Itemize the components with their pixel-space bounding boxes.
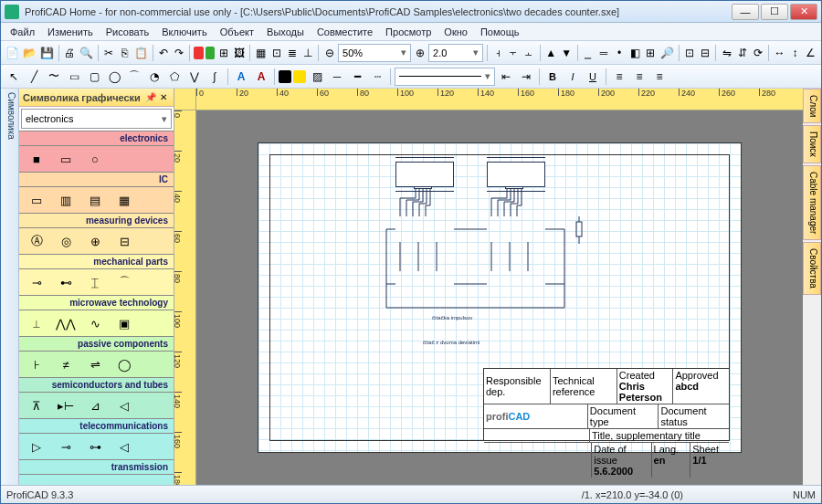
symbol-item[interactable]: ▭ [26, 193, 47, 207]
menu-window[interactable]: Окно [438, 25, 473, 39]
symbol-item[interactable]: ▥ [56, 193, 76, 207]
symbol-item[interactable]: ▭ [56, 152, 76, 166]
lw2-tool[interactable]: ━ [348, 68, 366, 86]
new-button[interactable]: 📄 [5, 44, 20, 62]
symbol-item[interactable]: ◁ [114, 398, 134, 413]
symbol-button[interactable]: ⊞ [216, 44, 230, 62]
align-center-button[interactable]: ⫟ [507, 44, 521, 62]
righttab-cable[interactable]: Cable manager [803, 165, 821, 240]
category-header[interactable]: mechanical parts [19, 254, 174, 269]
bus-button[interactable]: ═ [596, 44, 610, 62]
dim-h-button[interactable]: ↔ [773, 44, 786, 62]
polyline-tool[interactable]: ⋁ [185, 68, 204, 86]
image-button[interactable]: 🖼 [232, 44, 246, 62]
symbol-item[interactable]: ▸⊢ [56, 398, 76, 413]
symbol-item[interactable]: ⋀⋀ [56, 316, 76, 331]
symbol-item[interactable]: ⌒ [114, 275, 134, 289]
category-header[interactable]: measuring devices [19, 213, 174, 228]
save-button[interactable]: 💾 [39, 44, 55, 62]
align-right-button[interactable]: ⫠ [522, 44, 536, 62]
curve-tool[interactable]: 〜 [45, 68, 63, 86]
symbol-item[interactable]: ○ [85, 152, 105, 166]
italic-tool[interactable]: I [564, 68, 582, 86]
layers-button[interactable]: ≣ [285, 44, 299, 62]
menu-outputs[interactable]: Выходы [261, 25, 310, 39]
bring-front-button[interactable]: ▲ [544, 44, 558, 62]
panel-close-icon[interactable]: ✕ [157, 91, 170, 104]
poly-tool[interactable]: ⬠ [165, 68, 184, 86]
netlabel-button[interactable]: ◧ [628, 44, 642, 62]
flip-v-button[interactable]: ⇵ [735, 44, 749, 62]
underline-tool[interactable]: U [584, 68, 602, 86]
symbol-item[interactable]: ◁ [114, 439, 134, 454]
category-header[interactable]: semiconductors and tubes [19, 377, 174, 393]
rrect-tool[interactable]: ▢ [85, 68, 103, 86]
symbol-item[interactable]: ≠ [56, 357, 76, 372]
ls-tool[interactable]: ┄ [368, 68, 386, 86]
arrow1-tool[interactable]: ⇤ [497, 68, 515, 86]
arrow2-tool[interactable]: ⇥ [517, 68, 535, 86]
symbol-item[interactable]: ◎ [56, 234, 76, 248]
symbol-item[interactable]: ⇌ [85, 357, 105, 372]
fillcolor-tool[interactable] [293, 70, 306, 83]
paste-button[interactable]: 📋 [133, 44, 149, 62]
menu-edit[interactable]: Изменить [42, 25, 99, 39]
symbol-item[interactable]: ⊿ [85, 398, 105, 413]
symbol-item[interactable]: ⊼ [26, 398, 47, 413]
rotate-button[interactable]: ⟳ [751, 44, 764, 62]
lw1-tool[interactable]: ─ [328, 68, 346, 86]
category-header[interactable]: IC [19, 172, 174, 187]
righttab-properties[interactable]: Свойства [803, 242, 821, 295]
menu-align[interactable]: Совместите [311, 25, 378, 39]
symbol-item[interactable]: Ⓐ [26, 234, 47, 248]
arc-tool[interactable]: ⌒ [125, 68, 143, 86]
symbol-item[interactable]: ◯ [114, 357, 134, 372]
color2-button[interactable] [206, 47, 216, 59]
grid-button[interactable]: ▦ [254, 44, 268, 62]
menu-file[interactable]: Файл [5, 25, 40, 39]
zoomin-button[interactable]: ⊕ [413, 44, 427, 62]
symbol-item[interactable]: ⊸ [26, 275, 47, 289]
text-tool[interactable]: A [232, 68, 250, 86]
print-button[interactable]: 🖨 [63, 44, 77, 62]
category-header[interactable]: telecommunications [19, 418, 174, 434]
align-left-button[interactable]: ⫞ [491, 44, 505, 62]
symbol-item[interactable]: ⊟ [114, 234, 134, 248]
symbol-item[interactable]: ⊦ [26, 357, 47, 372]
schematic[interactable]: čítačka impulsov čítač z dvoma deviatimi [332, 162, 642, 344]
symbol-item[interactable]: ■ [26, 152, 47, 166]
symbol-item[interactable]: ⊶ [85, 439, 105, 454]
symbol-item[interactable]: ⟂ [26, 316, 47, 331]
zoomout-button[interactable]: ⊖ [322, 44, 336, 62]
close-button[interactable]: ✕ [790, 4, 817, 20]
junction-button[interactable]: • [612, 44, 626, 62]
pie-tool[interactable]: ◔ [145, 68, 163, 86]
text2-tool[interactable]: A [252, 68, 270, 86]
drawing-sheet[interactable]: čítačka impulsov čítač z dvoma deviatimi… [258, 142, 742, 453]
dim-a-button[interactable]: ∠ [804, 44, 817, 62]
wire-button[interactable]: ⎯ [581, 44, 595, 62]
symbol-item[interactable]: ⊸ [56, 439, 76, 454]
redo-button[interactable]: ↷ [172, 44, 185, 62]
maximize-button[interactable]: ☐ [761, 4, 788, 20]
pin-icon[interactable]: 📌 [144, 91, 157, 104]
symbol-item[interactable]: ▣ [114, 316, 134, 331]
symbol-item[interactable]: ∿ [85, 316, 105, 331]
ref-button[interactable]: ⊞ [644, 44, 658, 62]
rect-tool[interactable]: ▭ [65, 68, 83, 86]
category-header[interactable]: electronics [19, 131, 174, 146]
text-center-tool[interactable]: ≡ [630, 68, 648, 86]
open-button[interactable]: 📂 [22, 44, 37, 62]
menu-draw[interactable]: Рисовать [100, 25, 155, 39]
symbol-item[interactable]: ▦ [114, 193, 134, 207]
category-header[interactable]: transmission [19, 459, 174, 475]
symbol-item[interactable]: ⊕ [85, 234, 105, 248]
menu-help[interactable]: Помощь [475, 25, 525, 39]
menu-view[interactable]: Просмотр [380, 25, 437, 39]
search-button[interactable]: 🔎 [659, 44, 675, 62]
category-header[interactable]: passive components [19, 336, 174, 352]
flip-h-button[interactable]: ⇋ [720, 44, 733, 62]
menu-insert[interactable]: Включить [156, 25, 212, 39]
linecolor-tool[interactable] [279, 70, 291, 83]
cut-button[interactable]: ✂ [101, 44, 115, 62]
